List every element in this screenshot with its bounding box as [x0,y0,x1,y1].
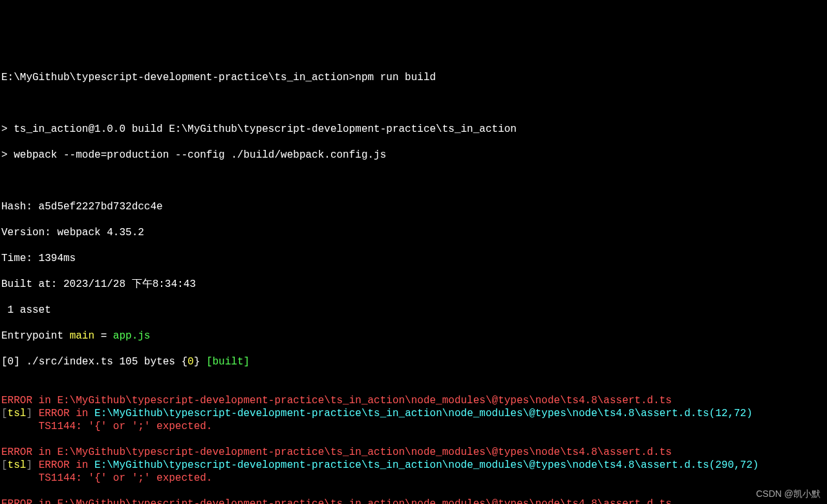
error-tsl-line: [tsl] ERROR in E:\MyGithub\typescript-de… [1,459,827,472]
script-line: > ts_in_action@1.0.0 build E:\MyGithub\t… [1,123,827,136]
error-tsl-line: [tsl] ERROR in E:\MyGithub\typescript-de… [1,407,827,420]
error-header: ERROR in E:\MyGithub\typescript-developm… [1,394,827,407]
script-line: > webpack --mode=production --config ./b… [1,149,827,162]
blank-line [1,97,827,110]
blank-line [1,433,827,446]
error-header: ERROR in E:\MyGithub\typescript-developm… [1,446,827,459]
error-message: TS1144: '{' or ';' expected. [1,472,827,485]
entrypoint-line: Entrypoint main = app.js [1,330,827,342]
built-at-line: Built at: 2023/11/28 下午8:34:43 [1,278,827,291]
error-header: ERROR in E:\MyGithub\typescript-developm… [1,498,827,504]
blank-line [1,485,827,498]
blank-line [1,381,827,394]
module-line: [0] ./src/index.ts 105 bytes {0} [built] [1,355,827,368]
version-line: Version: webpack 4.35.2 [1,226,827,239]
asset-line: 1 asset [1,304,827,317]
command-line: E:\MyGithub\typescript-development-pract… [1,71,827,84]
terminal-output[interactable]: E:\MyGithub\typescript-development-pract… [1,58,827,504]
watermark: CSDN @凯小默 [756,487,821,500]
blank-line [1,174,827,187]
hash-line: Hash: a5d5ef2227bd732dcc4e [1,200,827,213]
time-line: Time: 1394ms [1,252,827,265]
error-message: TS1144: '{' or ';' expected. [1,420,827,433]
